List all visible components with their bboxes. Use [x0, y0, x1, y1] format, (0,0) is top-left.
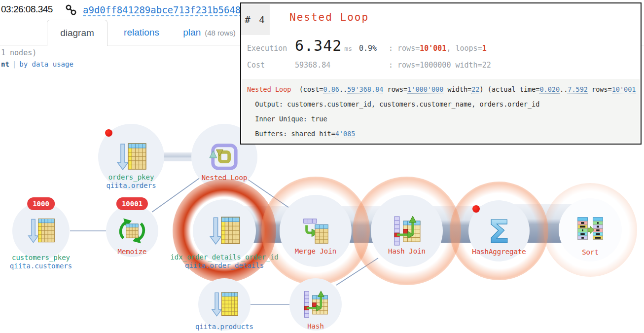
plan-segment: ) (actual time= — [479, 85, 539, 93]
plan-segment: 1'000'000 — [407, 85, 443, 94]
tab-relations[interactable]: relations — [112, 20, 171, 45]
cost-label: Cost — [247, 61, 295, 70]
plan-segment: width= — [443, 85, 471, 93]
tab-plan[interactable]: plan (48 rows) — [174, 20, 245, 45]
hash-join-icon — [391, 215, 423, 247]
plan-segment: 22 — [471, 85, 479, 94]
row-count-badge: 1000 — [27, 197, 55, 210]
cost-value: 59368.84 — [295, 61, 389, 70]
plan-segment: .. — [560, 85, 568, 93]
plan-segment: 59'368.84 — [347, 85, 383, 94]
table-name-label: qiita.customers — [10, 262, 72, 270]
plan-hash-link[interactable]: a9d0ff841289abce713f231b5648e4 — [83, 4, 252, 15]
table-name-label: qiita.orders — [106, 182, 156, 190]
plan-segment: 7.592 — [568, 85, 588, 94]
nested-loop-icon — [209, 142, 240, 172]
plan-segment: Nested Loop — [247, 85, 291, 93]
query-plan-visualizer: { "header": { "timestamp": "03:26:08.345… — [0, 0, 644, 333]
table-scan-icon — [115, 141, 147, 173]
by-data-usage-link[interactable]: by data usage — [19, 60, 73, 68]
highlight-dot — [472, 205, 480, 213]
operator-label: Hash Join — [388, 247, 426, 256]
plan-segment: loops= — [636, 85, 640, 93]
plan-segment: rows= — [383, 85, 407, 93]
table-name-label: qiita.order_details — [170, 261, 278, 270]
execution-unit: ms — [344, 45, 352, 52]
highlight-dot — [105, 129, 112, 137]
operator-label: Sort — [582, 248, 599, 257]
table-scan-icon — [208, 215, 241, 247]
rows-eq: rows= — [397, 44, 420, 53]
plan-line: Inner Unique: true — [247, 111, 635, 126]
operator-label: Hash — [307, 322, 324, 331]
plan-line: Buffers: shared hit=4'085 — [247, 126, 635, 141]
loops-value: 1 — [482, 44, 487, 53]
execution-time: 6.342 — [295, 37, 342, 54]
plan-segment: 4'085 — [335, 130, 356, 138]
tab-plan-label: plan — [183, 27, 201, 38]
node-number: # 4 — [241, 4, 270, 35]
table-name-label: qiita.products — [195, 323, 253, 331]
operator-label: Merge Join — [295, 247, 336, 256]
plan-segment: rows= — [588, 85, 612, 93]
plan-segment: Buffers: shared hit= — [247, 130, 335, 138]
plan-segment: Output: customers.customer_id, customers… — [247, 100, 539, 108]
operator-label: Memoize — [117, 248, 146, 256]
table-scan-icon — [210, 290, 239, 319]
colon: : — [389, 44, 393, 53]
sort-icon — [575, 215, 605, 245]
row-count-badge: 10001 — [116, 197, 148, 210]
plan-segment: .. — [339, 85, 347, 93]
index-name-label: customers_pkey — [10, 254, 72, 262]
sigma-icon — [482, 214, 516, 248]
tab-plan-row-count: (48 rows) — [205, 29, 236, 37]
plan-segment: 10'001 — [612, 85, 636, 94]
memoize-icon — [117, 216, 147, 246]
node-detail-popup: # 4 Nested Loop Execution 6.342 ms 0.9% … — [240, 2, 642, 145]
merge-join-icon — [300, 216, 331, 246]
cost-row: Cost 59368.84 : rows=1000000 width=22 — [247, 61, 638, 70]
plan-segment: 0.86 — [323, 85, 339, 94]
hash-join-icon — [301, 290, 330, 319]
comma: , — [446, 44, 451, 53]
rows-label — [393, 44, 397, 53]
loops-label: loops= — [451, 44, 482, 53]
operator-label: Nested Loop — [202, 174, 248, 182]
cost-detail: : rows=1000000 width=22 — [389, 61, 491, 70]
plan-line: Nested Loop (cost=0.86..59'368.84 rows=1… — [247, 82, 635, 97]
execution-label: Execution — [247, 44, 295, 53]
index-name-label: orders_pkey — [106, 173, 156, 182]
view-mode-partial[interactable]: nt — [1, 60, 9, 68]
permalink-chain-icon[interactable] — [66, 4, 76, 17]
node-count-partial: 1 nodes) — [1, 48, 36, 57]
operator-label: HashAggregate — [472, 248, 526, 256]
rows-value: 10'001 — [420, 44, 446, 53]
plan-text-box: Nested Loop (cost=0.86..59'368.84 rows=1… — [242, 79, 640, 143]
execution-row: Execution 6.342 ms 0.9% : rows=10'001, l… — [247, 37, 638, 54]
view-mode-links: nt|by data usage — [1, 60, 73, 68]
plan-segment: (cost= — [291, 85, 323, 93]
tab-diagram[interactable]: diagram — [47, 20, 107, 46]
plan-segment: Inner Unique: true — [247, 115, 327, 123]
timestamp: 03:26:08.345 — [1, 4, 53, 15]
separator: | — [12, 60, 16, 68]
index-name-label: idx_order_details_order_id — [170, 253, 278, 261]
plan-line: Output: customers.customer_id, customers… — [247, 97, 635, 111]
plan-segment: 0.020 — [539, 85, 560, 94]
table-scan-icon — [27, 217, 55, 245]
popup-title: Nested Loop — [289, 11, 369, 23]
execution-percent: 0.9% — [359, 44, 377, 53]
